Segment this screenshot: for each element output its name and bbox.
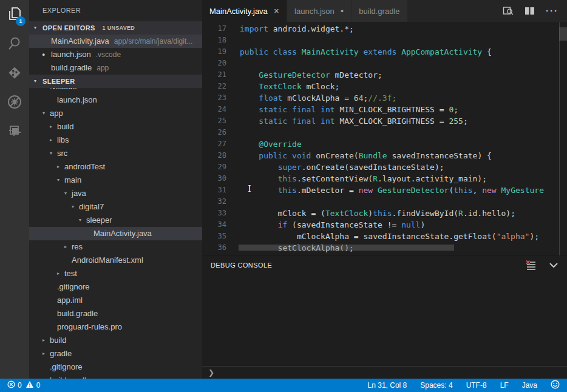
tree-item-app[interactable]: ▾app — [29, 107, 202, 120]
extensions-view-button[interactable] — [0, 117, 29, 146]
tree-item-java[interactable]: ▾java — [29, 187, 202, 200]
tree-item-build[interactable]: ▸build — [29, 120, 202, 133]
tree-item-vscode[interactable]: ▾.vscode — [29, 88, 202, 93]
code-editor[interactable]: 17import android.widget.*;1819public cla… — [202, 22, 567, 255]
vertical-scrollbar-track[interactable] — [559, 22, 567, 255]
token: R — [373, 174, 378, 183]
tab-launch-json[interactable]: launch.json● — [287, 0, 351, 22]
tree-item-src[interactable]: ▾src — [29, 147, 202, 160]
tree-item-digital7[interactable]: ▾digital7 — [29, 200, 202, 214]
tree-item-gradle[interactable]: ▸gradle — [29, 347, 202, 360]
search-view-button[interactable] — [0, 29, 29, 58]
tab-mainactivity-java[interactable]: MainActivity.java✕ — [202, 0, 287, 22]
status-eol[interactable]: LF — [500, 381, 509, 390]
token: mClockAlpha = — [282, 93, 353, 103]
tree-item-launch-json[interactable]: launch.json — [29, 93, 202, 107]
tab-bar: MainActivity.java✕launch.json●build.grad… — [202, 0, 567, 22]
token: extends — [364, 47, 397, 56]
code-line[interactable]: 33 mClock = (TextClock)this.findViewById… — [202, 208, 567, 219]
token — [240, 186, 278, 195]
open-editor-item-launch-json[interactable]: ●launch.json.vscode — [29, 48, 202, 61]
horizontal-scrollbar-thumb[interactable] — [239, 245, 454, 251]
token — [297, 47, 302, 56]
open-editor-item-build-gradle[interactable]: build.gradleapp — [29, 61, 202, 75]
code-line[interactable]: 28 public void onCreate(Bundle savedInst… — [202, 150, 567, 161]
code-line[interactable]: 31 this.mDetector = new GestureDetector(… — [202, 184, 567, 196]
code-line[interactable]: 23 float mClockAlpha = 64;//.3f; — [202, 92, 567, 104]
chevron-expanded-icon: ▾ — [57, 174, 64, 187]
tree-item-app-iml[interactable]: app.iml — [29, 294, 202, 307]
status-encoding[interactable]: UTF-8 — [466, 381, 487, 390]
code-line[interactable]: 21 GestureDetector mDetector; — [202, 69, 567, 81]
line-number: 27 — [202, 138, 226, 150]
token: final — [292, 117, 316, 126]
code-line[interactable]: 26 — [202, 127, 567, 138]
line-number: 31 — [202, 184, 226, 196]
git-icon — [7, 65, 22, 81]
code-line[interactable]: 29 super.onCreate(savedInstanceState); — [202, 161, 567, 173]
tree-item-label: res — [72, 240, 83, 254]
tree-item-gitignore[interactable]: .gitignore — [29, 360, 202, 374]
code-line[interactable]: 27 @Override — [202, 138, 567, 150]
close-tab-icon[interactable]: ✕ — [274, 7, 279, 15]
clear-console-icon[interactable] — [526, 260, 537, 270]
vertical-scrollbar-thumb[interactable] — [559, 27, 567, 41]
code-line[interactable]: 17import android.widget.*; — [202, 23, 567, 35]
tree-item-main[interactable]: ▾main — [29, 174, 202, 187]
tab-label: build.gradle — [359, 7, 399, 16]
warning-count[interactable]: 0 — [25, 380, 41, 390]
tree-item-mainactivity-java[interactable]: MainActivity.java — [29, 227, 202, 240]
tree-item-label: launch.json — [57, 93, 97, 107]
code-line[interactable]: 35 mClockAlpha = savedInstanceState.getF… — [202, 231, 567, 242]
tree-item-label: app — [50, 107, 63, 120]
status-cursor-position[interactable]: Ln 31, Col 8 — [368, 381, 407, 390]
code-text: this.setContentView(R.layout.activity_ma… — [240, 173, 487, 184]
tree-item-libs[interactable]: ▸libs — [29, 133, 202, 147]
split-editor-icon[interactable] — [525, 7, 535, 15]
close-panel-chevron-icon[interactable] — [549, 262, 559, 268]
feedback-smiley-icon[interactable] — [551, 380, 560, 391]
code-line[interactable]: 24 static final int MIN_CLOCK_BRIGHTNESS… — [202, 104, 567, 115]
debug-console-input[interactable]: ❯ — [202, 366, 567, 379]
status-indentation[interactable]: Spaces: 4 — [420, 381, 452, 390]
token — [240, 82, 259, 91]
debug-view-button[interactable] — [0, 87, 29, 117]
open-editor-item-mainactivity-java[interactable]: MainActivity.javaapp/src/main/java/digit… — [29, 35, 202, 48]
token: if — [278, 220, 288, 229]
code-text: public class MainActivity extends AppCom… — [240, 46, 492, 58]
tree-item-proguard-rules-pro[interactable]: proguard-rules.pro — [29, 320, 202, 334]
status-language-mode[interactable]: Java — [522, 381, 537, 390]
tree-item-gitignore[interactable]: .gitignore — [29, 280, 202, 294]
tree-item-test[interactable]: ▸test — [29, 267, 202, 280]
explorer-view-button[interactable]: 1 — [0, 0, 29, 29]
code-line[interactable]: 32 — [202, 196, 567, 208]
line-number: 18 — [202, 35, 226, 46]
token: .layout.activity_main); — [378, 174, 487, 183]
code-line[interactable]: 18 — [202, 35, 567, 46]
open-editors-header[interactable]: ▾ OPEN EDITORS 1 UNSAVED — [29, 21, 202, 35]
code-line[interactable]: 34 if (savedInstanceState != null) — [202, 219, 567, 231]
code-line[interactable]: 20 — [202, 58, 567, 69]
tree-item-build[interactable]: ▸build — [29, 334, 202, 347]
chevron-collapsed-icon: ▸ — [42, 347, 50, 360]
folder-section-header[interactable]: ▾ SLEEPER — [29, 75, 202, 88]
token — [287, 105, 292, 114]
error-count[interactable]: 0 — [7, 380, 22, 390]
code-line[interactable]: 30 this.setContentView(R.layout.activity… — [202, 173, 567, 184]
code-line[interactable]: 19public class MainActivity extends AppC… — [202, 46, 567, 58]
panel-title[interactable]: DEBUG CONSOLE — [211, 262, 272, 269]
tree-item-res[interactable]: ▸res — [29, 240, 202, 254]
tree-item-build-gradle[interactable]: build.gradle — [29, 374, 202, 379]
source-control-view-button[interactable] — [0, 58, 29, 87]
code-line[interactable]: 22 TextClock mClock; — [202, 81, 567, 92]
tree-item-build-gradle[interactable]: build.gradle — [29, 307, 202, 320]
code-line[interactable]: 25 static final int MAX_CLOCK_BRIGHTNESS… — [202, 115, 567, 127]
tree-item-androidtest[interactable]: ▸androidTest — [29, 160, 202, 174]
tree-item-androidmanifest-xml[interactable]: AndroidManifest.xml — [29, 254, 202, 267]
more-actions-icon[interactable]: ··· — [546, 8, 559, 14]
tree-item-sleeper[interactable]: ▾sleeper — [29, 214, 202, 227]
open-editor-detail: app — [97, 61, 109, 75]
tree-item-label: libs — [57, 133, 69, 147]
open-preview-icon[interactable] — [503, 6, 514, 16]
tab-build-gradle[interactable]: build.gradle — [351, 0, 407, 22]
